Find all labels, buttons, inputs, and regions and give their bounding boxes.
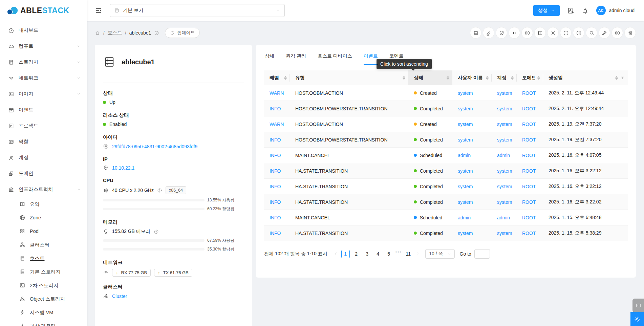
column-header-account[interactable]: 계정 [492, 70, 517, 85]
event-domain-link[interactable]: ROOT [522, 137, 536, 143]
sidebar-item-object-storage[interactable]: Object 스토리지 [0, 292, 87, 306]
event-level-link[interactable]: INFO [270, 168, 281, 174]
event-user-link[interactable]: admin [458, 215, 471, 220]
sidebar-item-network[interactable]: 네트워크 [0, 70, 87, 86]
event-level-link[interactable]: INFO [270, 184, 281, 189]
host-action-oobm-button[interactable] [611, 27, 623, 39]
event-user-link[interactable]: system [458, 168, 473, 174]
prev-page-button[interactable] [333, 252, 339, 256]
host-action-reconnect-button[interactable] [573, 27, 584, 39]
sidebar-item-summary[interactable]: 요약 [0, 197, 87, 211]
event-user-link[interactable]: system [458, 199, 473, 205]
sidebar-item-images[interactable]: 이미지 [0, 86, 87, 102]
event-level-link[interactable]: INFO [270, 215, 281, 220]
bell-icon[interactable] [582, 7, 589, 14]
host-action-configure-button[interactable] [624, 27, 636, 39]
tab-events[interactable]: 이벤트 [364, 47, 378, 65]
event-account-link[interactable]: admin [497, 153, 510, 158]
event-domain-link[interactable]: ROOT [522, 184, 536, 189]
page-number-11[interactable]: 11 [404, 250, 412, 258]
sidebar-item-system-vm[interactable]: 시스템 VM [0, 306, 87, 319]
page-size-select[interactable]: 10 / 쪽 [425, 249, 454, 259]
next-page-button[interactable] [415, 252, 421, 256]
page-number-2[interactable]: 2 [352, 250, 361, 258]
host-action-provision-button[interactable] [534, 27, 546, 39]
sidebar-item-host[interactable]: 호스트 [0, 252, 87, 265]
event-account-link[interactable]: system [497, 231, 512, 236]
host-action-edit-button[interactable] [483, 27, 494, 39]
event-user-link[interactable]: system [458, 184, 473, 189]
event-domain-link[interactable]: ROOT [522, 199, 536, 205]
host-action-disable-button[interactable] [560, 27, 572, 39]
sidebar-item-virtual-router[interactable]: 가상 라우터 [0, 319, 87, 326]
sidebar-item-compute[interactable]: 컴퓨트 [0, 38, 87, 54]
sidebar-item-primary-storage[interactable]: 기본 스토리지 [0, 265, 87, 279]
host-action-repair-button[interactable] [599, 27, 610, 39]
page-number-4[interactable]: 4 [374, 250, 382, 258]
filter-icon[interactable] [620, 76, 625, 80]
sidebar-item-projects[interactable]: 프로젝트 [0, 118, 87, 134]
host-id-link[interactable]: 29fdfd78-0950-4831-9002-4685d093fdf9 [112, 144, 197, 149]
event-domain-link[interactable]: ROOT [522, 122, 536, 127]
host-action-migrate-button[interactable] [509, 27, 520, 39]
column-header-type[interactable]: 유형 [290, 70, 408, 85]
event-account-link[interactable]: system [497, 122, 512, 127]
event-user-link[interactable]: admin [458, 153, 471, 158]
console-float-button[interactable] [632, 299, 644, 312]
sidebar-item-accounts[interactable]: 계정 [0, 150, 87, 166]
event-domain-link[interactable]: ROOT [522, 153, 536, 158]
question-circle-icon[interactable] [154, 30, 159, 36]
page-number-5[interactable]: 5 [385, 250, 393, 258]
event-level-link[interactable]: INFO [270, 231, 281, 236]
event-user-link[interactable]: system [458, 90, 473, 96]
column-header-created[interactable]: 생성일 [543, 70, 628, 85]
event-level-link[interactable]: INFO [270, 153, 281, 158]
sidebar-item-events[interactable]: 이벤트 [0, 102, 87, 118]
event-user-link[interactable]: system [458, 231, 473, 236]
event-domain-link[interactable]: ROOT [522, 168, 536, 174]
host-action-diagnostics-button[interactable] [586, 27, 597, 39]
sidebar-item-infrastructure[interactable]: 인프라스트럭쳐 [0, 181, 87, 197]
sidebar-item-zone[interactable]: Zone [0, 211, 87, 224]
cluster-link[interactable]: Cluster [112, 294, 127, 299]
event-account-link[interactable]: admin [497, 215, 510, 220]
event-level-link[interactable]: WARN [270, 90, 284, 96]
column-header-domain[interactable]: 도메인 [517, 70, 543, 85]
tab-host-devices[interactable]: 호스트 디바이스 [318, 47, 352, 65]
event-level-link[interactable]: INFO [270, 106, 281, 111]
event-account-link[interactable]: system [497, 168, 512, 174]
sidebar-item-dashboard[interactable]: 대시보드 [0, 22, 87, 38]
sidebar-item-domains[interactable]: 도메인 [0, 166, 87, 181]
view-select[interactable]: 기본 보기 [110, 4, 285, 17]
goto-page-input[interactable] [474, 249, 490, 259]
event-account-link[interactable]: system [497, 184, 512, 189]
event-domain-link[interactable]: ROOT [522, 106, 536, 111]
settings-float-button[interactable] [630, 312, 644, 326]
event-level-link[interactable]: INFO [270, 199, 281, 205]
column-header-user[interactable]: 사용자 이름 [452, 70, 492, 85]
home-icon[interactable] [95, 30, 100, 36]
event-account-link[interactable]: system [497, 90, 512, 96]
breadcrumb-hosts-link[interactable]: 호스트 [108, 30, 122, 36]
refresh-button[interactable]: 업데이트 [165, 28, 200, 38]
translate-doc-icon[interactable] [567, 7, 574, 14]
host-action-secure-button[interactable] [496, 27, 507, 39]
event-user-link[interactable]: system [458, 137, 473, 143]
sidebar-item-storage[interactable]: 스토리지 [0, 54, 87, 70]
page-number-1[interactable]: 1 [341, 250, 350, 258]
tab-remote-management[interactable]: 원격 관리 [286, 47, 306, 65]
sidebar-item-secondary-storage[interactable]: 2차 스토리지 [0, 279, 87, 292]
event-account-link[interactable]: system [497, 137, 512, 143]
event-level-link[interactable]: INFO [270, 137, 281, 143]
host-action-console-button[interactable] [470, 27, 481, 39]
page-ellipsis[interactable]: ••• [395, 250, 402, 258]
tab-details[interactable]: 상세 [265, 47, 274, 65]
event-account-link[interactable]: system [497, 106, 512, 111]
sidebar-item-roles[interactable]: 역할 [0, 134, 87, 150]
event-user-link[interactable]: system [458, 122, 473, 127]
event-domain-link[interactable]: ROOT [522, 215, 536, 220]
event-domain-link[interactable]: ROOT [522, 231, 536, 236]
sidebar-item-cluster[interactable]: 클러스터 [0, 238, 87, 252]
user-menu[interactable]: AC admin cloud [596, 6, 635, 15]
event-level-link[interactable]: WARN [270, 122, 284, 127]
